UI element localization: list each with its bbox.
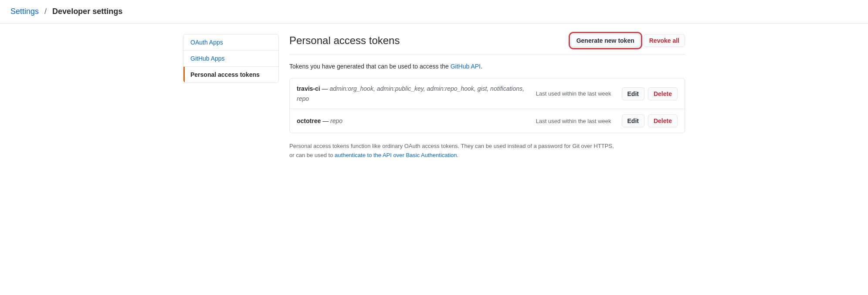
token-name: travis-ci xyxy=(297,85,320,92)
sidebar: OAuth Apps GitHub Apps Personal access t… xyxy=(183,34,279,83)
sidebar-item-github-apps[interactable]: GitHub Apps xyxy=(183,51,278,67)
revoke-all-button[interactable]: Revoke all xyxy=(644,34,685,47)
token-last-used: Last used within the last week xyxy=(536,90,611,97)
token-actions: Edit Delete xyxy=(622,87,678,100)
sidebar-item-oauth-apps[interactable]: OAuth Apps xyxy=(183,34,278,51)
token-last-used: Last used within the last week xyxy=(536,118,611,124)
breadcrumb-bar: Settings / Developer settings xyxy=(0,0,868,24)
github-api-link[interactable]: GitHub API xyxy=(451,63,481,70)
settings-link[interactable]: Settings xyxy=(10,7,39,16)
breadcrumb-current: Developer settings xyxy=(52,7,122,16)
page-title: Personal access tokens xyxy=(289,34,400,47)
token-info: octotree — repo xyxy=(297,116,526,126)
delete-token-button[interactable]: Delete xyxy=(648,87,678,100)
generate-new-token-button[interactable]: Generate new token xyxy=(571,34,640,47)
edit-token-button[interactable]: Edit xyxy=(622,87,644,100)
description-text: Tokens you have generated that can be us… xyxy=(289,62,685,71)
delete-token-button[interactable]: Delete xyxy=(648,114,678,127)
token-scopes: admin:org_hook, admin:public_key, admin:… xyxy=(297,85,524,102)
content-area: Personal access tokens Generate new toke… xyxy=(289,34,685,160)
token-scopes: repo xyxy=(330,117,342,124)
table-row: octotree — repo Last used within the las… xyxy=(290,109,685,133)
breadcrumb-separator: / xyxy=(44,7,47,16)
footer-text-1: Personal access tokens function like ord… xyxy=(289,143,614,149)
table-row: travis-ci — admin:org_hook, admin:public… xyxy=(290,79,685,109)
token-actions: Edit Delete xyxy=(622,114,678,127)
edit-token-button[interactable]: Edit xyxy=(622,114,644,127)
token-dash: — xyxy=(322,85,330,92)
content-header: Personal access tokens Generate new toke… xyxy=(289,34,685,55)
token-name: octotree xyxy=(297,117,321,124)
tokens-list: travis-ci — admin:org_hook, admin:public… xyxy=(289,78,685,133)
basic-auth-link[interactable]: authenticate to the API over Basic Authe… xyxy=(335,152,457,158)
footer-text-2: or can be used to xyxy=(289,152,335,158)
token-info: travis-ci — admin:org_hook, admin:public… xyxy=(297,84,526,103)
header-actions: Generate new token Revoke all xyxy=(571,34,685,47)
footer-text: Personal access tokens function like ord… xyxy=(289,142,685,160)
footer-text-3: . xyxy=(457,152,459,158)
token-dash: — xyxy=(322,117,330,124)
sidebar-item-personal-access-tokens[interactable]: Personal access tokens xyxy=(183,67,278,82)
description-suffix: . xyxy=(481,63,482,70)
description-prefix: Tokens you have generated that can be us… xyxy=(289,63,451,70)
